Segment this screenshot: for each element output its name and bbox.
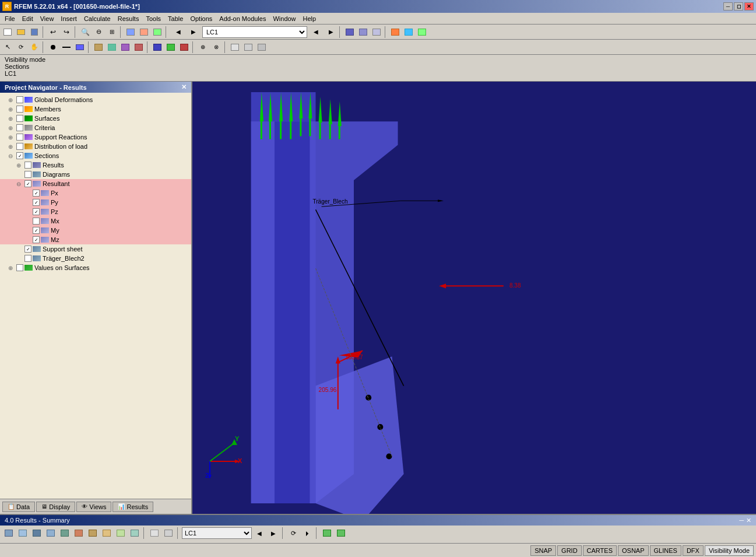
expand-resultant[interactable]: ⊖ xyxy=(16,181,24,187)
expand-distribution[interactable]: ⊕ xyxy=(8,143,16,150)
tree-global-deformations[interactable]: ⊕ Global Deformations xyxy=(0,95,191,104)
tree-my[interactable]: My xyxy=(0,226,191,235)
glines-btn[interactable]: GLINES xyxy=(650,545,681,556)
undo-btn[interactable]: ↩ xyxy=(47,26,59,38)
cb-support[interactable] xyxy=(16,134,23,141)
restore-button[interactable]: ◻ xyxy=(734,2,743,10)
bt-next[interactable]: ▶ xyxy=(267,527,280,540)
cb-sections[interactable] xyxy=(16,152,23,159)
menu-edit[interactable]: Edit xyxy=(19,14,37,23)
menu-calculate[interactable]: Calculate xyxy=(80,14,114,23)
tab-views[interactable]: 👁 Views xyxy=(76,502,111,512)
select-btn[interactable]: ↖ xyxy=(1,41,14,54)
bt-prev[interactable]: ◀ xyxy=(253,527,266,540)
tree-criteria[interactable]: ⊕ Criteria xyxy=(0,123,191,132)
tb2-btn5[interactable] xyxy=(151,41,164,54)
bt-btn9[interactable] xyxy=(114,527,127,540)
node-btn[interactable] xyxy=(47,41,59,54)
save-btn[interactable] xyxy=(28,26,41,38)
tb-btn-4[interactable] xyxy=(124,26,137,38)
tb-btn-5[interactable] xyxy=(138,26,150,38)
tb-render2[interactable] xyxy=(357,26,370,38)
bt-play[interactable]: ⏵ xyxy=(301,527,314,540)
tb2-btn2[interactable] xyxy=(106,41,118,54)
tree-support-sheet[interactable]: Support sheet xyxy=(0,244,191,254)
tree-sections[interactable]: ⊖ Sections xyxy=(0,151,191,160)
tree-px[interactable]: Px xyxy=(0,188,191,198)
menu-window[interactable]: Window xyxy=(269,14,299,23)
tree-mx[interactable]: Mx xyxy=(0,216,191,226)
open-btn[interactable] xyxy=(15,26,27,38)
menu-insert[interactable]: Insert xyxy=(57,14,80,23)
cb-support-sheet[interactable] xyxy=(24,246,31,253)
bt-btn12[interactable] xyxy=(162,527,175,540)
line-btn[interactable] xyxy=(60,41,73,54)
tb-extra3[interactable] xyxy=(416,26,428,38)
bottom-minimize-btn[interactable]: ─ xyxy=(739,517,744,524)
bt-btn4[interactable] xyxy=(44,527,57,540)
bt-btn11[interactable] xyxy=(148,527,161,540)
menu-file[interactable]: File xyxy=(1,14,19,23)
cb-global[interactable] xyxy=(16,96,23,103)
expand-results[interactable]: ⊕ xyxy=(16,162,24,169)
load-arrow-right[interactable]: ▶ xyxy=(325,26,337,38)
cb-mz[interactable] xyxy=(33,236,40,243)
menu-options[interactable]: Options xyxy=(187,14,216,23)
bt-btn8[interactable] xyxy=(100,527,113,540)
minimize-button[interactable]: ─ xyxy=(723,2,733,10)
tb2-btn3[interactable] xyxy=(119,41,132,54)
menu-tools[interactable]: Tools xyxy=(142,14,164,23)
expand-sections[interactable]: ⊖ xyxy=(8,153,16,159)
cb-distribution[interactable] xyxy=(16,143,23,150)
cb-resultant[interactable] xyxy=(24,180,31,187)
bottom-close-btn[interactable]: ✕ xyxy=(746,517,751,524)
tree-surfaces[interactable]: ⊕ Surfaces xyxy=(0,114,191,123)
zoom-in-btn[interactable]: 🔍 xyxy=(79,26,92,38)
navigator-close-button[interactable]: ✕ xyxy=(181,83,187,91)
tree-trager-blech2[interactable]: Träger_Blech2 xyxy=(0,254,191,263)
osnap-btn[interactable]: OSNAP xyxy=(618,545,649,556)
cb-pz[interactable] xyxy=(33,208,40,215)
menu-table[interactable]: Table xyxy=(164,14,187,23)
tb2-view3[interactable] xyxy=(255,41,268,54)
cb-criteria[interactable] xyxy=(16,124,23,131)
cb-mx[interactable] xyxy=(33,218,40,225)
visibility-mode-btn[interactable]: Visibility Mode xyxy=(705,545,754,556)
tree-distribution[interactable]: ⊕ Distribution of load xyxy=(0,142,191,151)
tree-values-surfaces[interactable]: ⊕ Values on Surfaces xyxy=(0,263,191,272)
cartes-btn[interactable]: CARTES xyxy=(583,545,617,556)
menu-view[interactable]: View xyxy=(37,14,58,23)
expand-values[interactable]: ⊕ xyxy=(8,265,16,271)
cb-trager[interactable] xyxy=(24,255,31,262)
new-btn[interactable] xyxy=(1,26,14,38)
rotate-btn[interactable]: ⟳ xyxy=(15,41,27,54)
cb-py[interactable] xyxy=(33,199,40,206)
menu-addon[interactable]: Add-on Modules xyxy=(216,14,269,23)
tree-resultant[interactable]: ⊖ Resultant xyxy=(0,179,191,188)
cb-diagrams[interactable] xyxy=(24,171,31,178)
expand-global[interactable]: ⊕ xyxy=(8,97,16,103)
tab-display[interactable]: 🖥 Display xyxy=(36,502,75,512)
cb-results[interactable] xyxy=(24,162,31,169)
bt-btn10[interactable] xyxy=(128,527,141,540)
next-load-btn[interactable]: ▶ xyxy=(187,26,200,38)
tab-data[interactable]: 📋 Data xyxy=(2,502,35,512)
cb-members[interactable] xyxy=(16,106,23,113)
zoom-all-btn[interactable]: ⊞ xyxy=(106,26,118,38)
expand-members[interactable]: ⊕ xyxy=(8,106,16,113)
tb2-snap2[interactable]: ⊗ xyxy=(210,41,223,54)
tb-btn-6[interactable] xyxy=(151,26,164,38)
bt-btn3[interactable] xyxy=(30,527,43,540)
close-button[interactable]: ✕ xyxy=(744,2,754,10)
pan-btn[interactable]: ✋ xyxy=(28,41,41,54)
expand-support[interactable]: ⊕ xyxy=(8,134,16,141)
prev-load-btn[interactable]: ◀ xyxy=(172,26,185,38)
bt-btn6[interactable] xyxy=(72,527,85,540)
dfx-btn[interactable]: DFX xyxy=(683,545,704,556)
tb-extra2[interactable] xyxy=(402,26,415,38)
tb2-view2[interactable] xyxy=(242,41,255,54)
tree-py[interactable]: Py xyxy=(0,198,191,207)
bt-table2[interactable] xyxy=(335,527,347,540)
bt-btn1[interactable] xyxy=(2,527,15,540)
bt-btn5[interactable] xyxy=(58,527,71,540)
